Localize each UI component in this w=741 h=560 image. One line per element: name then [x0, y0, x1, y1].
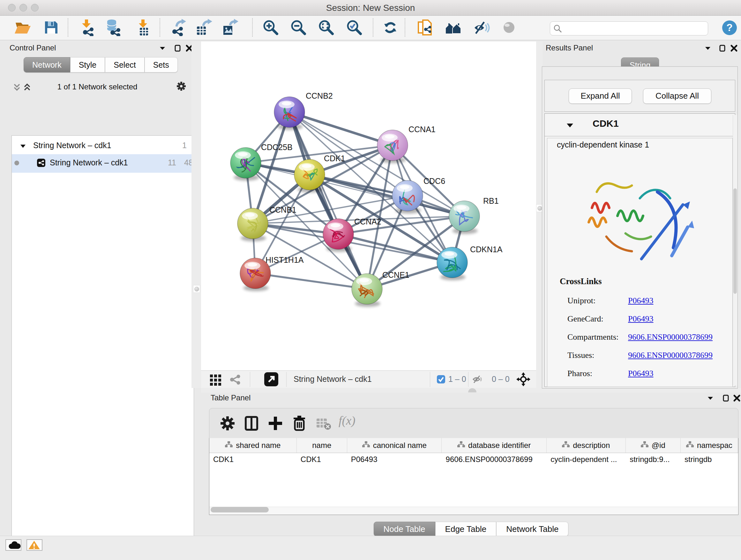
search-input[interactable] [565, 22, 703, 34]
crosslink-link[interactable]: P06493 [628, 369, 653, 378]
table-row[interactable]: CDK1CDK1P064939606.ENSP00000378699cyclin… [209, 453, 738, 466]
show-columns-button[interactable] [243, 415, 260, 432]
network-row-selected[interactable]: String Network – cdk1 11 48 [12, 154, 194, 173]
crosslink-link[interactable]: P06493 [628, 314, 653, 324]
detach-view-button[interactable] [264, 372, 278, 386]
left-splitter-grip[interactable] [193, 285, 200, 293]
horizontal-splitter-grip[interactable] [468, 388, 476, 392]
network-edge-CCNB2-CCNA1[interactable] [289, 112, 393, 145]
results-panel-menu-button[interactable] [704, 44, 712, 54]
network-node-RB1[interactable] [449, 201, 480, 234]
tab-network-table[interactable]: Network Table [496, 522, 568, 537]
network-node-CCNB1[interactable] [238, 208, 268, 241]
horizontal-splitter[interactable] [201, 388, 741, 393]
table-panel-float-button[interactable] [722, 394, 730, 403]
gene-expander-icon[interactable] [566, 121, 574, 131]
export-image-button[interactable] [221, 19, 239, 36]
tab-node-table[interactable]: Node Table [374, 522, 435, 537]
warnings-button[interactable] [26, 539, 43, 551]
network-view-mode-button[interactable] [228, 373, 241, 387]
import-table-from-file-button[interactable] [134, 19, 151, 36]
network-collection-row[interactable]: String Network – cdk1 1 [12, 138, 194, 155]
expand-all-button[interactable]: Expand All [569, 88, 632, 104]
zoom-selected-button[interactable] [346, 19, 363, 36]
right-splitter[interactable] [536, 42, 542, 388]
column-header-description[interactable]: description [547, 438, 626, 453]
crosslink-label: Compartments: [567, 332, 628, 342]
column-header-name[interactable]: name [297, 438, 347, 453]
grid-view-button[interactable] [209, 373, 222, 387]
network-label: String Network – cdk1 [50, 158, 128, 167]
column-header-database-identifier[interactable]: database identifier [442, 438, 546, 453]
results-panel-close-button[interactable] [730, 44, 738, 54]
network-node-CDKN1A[interactable] [437, 247, 468, 280]
control-panel-menu-button[interactable] [158, 44, 166, 54]
open-session-button[interactable] [14, 19, 31, 36]
network-tree: String Network – cdk1 1 String Network –… [11, 135, 194, 560]
create-column-button[interactable] [267, 415, 284, 432]
refresh-view-button[interactable] [382, 19, 399, 36]
network-panel-options-button[interactable] [176, 81, 186, 92]
birds-eye-view-button[interactable] [516, 372, 530, 388]
zoom-out-button[interactable] [290, 19, 307, 36]
table-panel-close-button[interactable] [733, 394, 741, 403]
tab-select[interactable]: Select [105, 57, 144, 72]
crosslinks-list: Uniprot:P06493GeneCard:P06493Compartment… [567, 292, 713, 382]
collapse-all-button[interactable]: Collapse All [643, 88, 711, 104]
left-splitter[interactable] [192, 42, 201, 388]
toolbar-separator [159, 18, 160, 37]
column-header-shared-name[interactable]: shared name [209, 438, 297, 453]
zoom-in-button[interactable] [262, 19, 279, 36]
cloud-status-button[interactable] [5, 539, 21, 551]
column-header-namespac[interactable]: namespac [681, 438, 738, 453]
results-scrollbar-track[interactable] [733, 115, 738, 386]
zoom-in-icon [262, 19, 279, 36]
node-label-CCNB2: CCNB2 [306, 91, 333, 100]
column-header--id[interactable]: @id [626, 438, 681, 453]
network-node-CDC25B[interactable] [230, 147, 261, 181]
tab-sets[interactable]: Sets [145, 57, 178, 72]
export-network-button[interactable] [170, 19, 187, 36]
hide-selected-button[interactable] [473, 19, 490, 36]
column-header-canonical-name[interactable]: canonical name [347, 438, 442, 453]
crosslink-link[interactable]: 9606.ENSP00000378699 [628, 332, 713, 342]
selected-checkbox[interactable] [436, 375, 446, 385]
zoom-out-icon [290, 19, 307, 36]
table-hscrollbar-thumb[interactable] [211, 507, 269, 512]
table-panel-menu-button[interactable] [706, 394, 715, 403]
network-node-CCNE1[interactable] [352, 273, 382, 307]
network-node-CDC6[interactable] [392, 180, 423, 213]
table-hscrollbar-track[interactable] [209, 507, 738, 515]
network-node-CCNA1[interactable] [377, 130, 408, 163]
import-network-from-file-button[interactable] [78, 19, 95, 36]
network-node-CDK1[interactable] [294, 159, 325, 192]
network-node-CCNA2[interactable] [323, 219, 354, 252]
save-session-button[interactable] [43, 19, 60, 36]
clone-network-button[interactable] [416, 19, 434, 36]
import-network-from-database-button[interactable] [105, 19, 122, 36]
show-starter-panel-button[interactable] [445, 19, 462, 36]
tree-expander-icon[interactable] [19, 143, 26, 151]
results-scrollbar-thumb[interactable] [733, 188, 737, 294]
results-panel-float-button[interactable] [718, 44, 727, 54]
table-options-button[interactable] [219, 415, 236, 432]
crosslink-link[interactable]: 9606.ENSP00000378699 [628, 351, 713, 360]
column-namespace-icon [457, 441, 465, 450]
node-label-CCNB1: CCNB1 [269, 205, 296, 214]
network-edge-HIST1H1A-CCNE1[interactable] [255, 273, 367, 289]
tab-style[interactable]: Style [70, 57, 105, 72]
network-canvas[interactable]: CCNB2CCNA1CDC25BCDK1CDC6RB1CCNB1CCNA2CDK… [201, 42, 536, 370]
column-namespace-icon [362, 441, 370, 450]
fit-content-button[interactable] [318, 19, 335, 36]
close-icon [733, 394, 741, 402]
toolbar-separator [68, 18, 68, 37]
toolbar-separator [252, 18, 253, 37]
export-table-button[interactable] [195, 19, 212, 36]
crosslink-link[interactable]: P06493 [628, 296, 653, 306]
show-hidden-button[interactable] [500, 19, 518, 36]
tab-edge-table[interactable]: Edge Table [435, 522, 496, 537]
delete-columns-button[interactable] [291, 415, 308, 432]
control-panel-float-button[interactable] [174, 44, 182, 54]
help-button[interactable]: ? [722, 20, 739, 37]
tab-network[interactable]: Network [23, 57, 70, 72]
